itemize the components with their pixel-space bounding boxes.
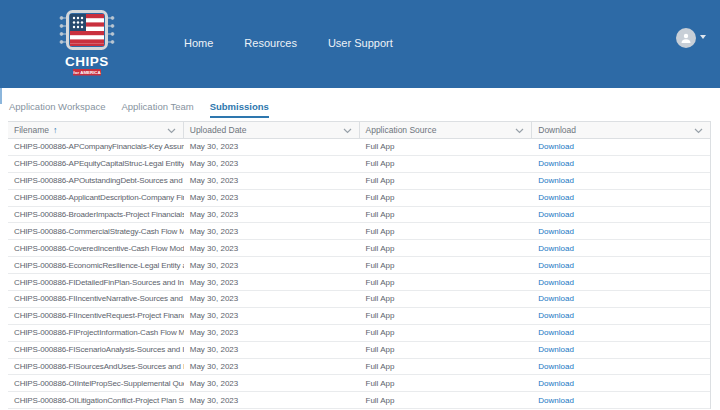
person-icon [680,32,692,44]
column-header-filename[interactable]: Filename ↑ [8,122,184,138]
table-row: CHIPS-000886-EconomicResilience-Legal En… [8,257,710,274]
chevron-down-icon[interactable] [167,128,176,134]
download-link[interactable]: Download [538,345,574,354]
table-row: CHIPS-000886-APCompanyFinancials-Key Ass… [8,139,710,156]
filename-cell: CHIPS-000886-FIIncentiveNarrative-Source… [8,294,184,303]
uploaded-date-cell: May 30, 2023 [184,244,360,253]
column-header-uploaded-date[interactable]: Uploaded Date [184,122,360,138]
download-link[interactable]: Download [538,396,574,405]
main-nav: Home Resources User Support [184,37,393,50]
download-link[interactable]: Download [538,311,574,320]
table-row: CHIPS-000886-CommercialStrategy-Cash Flo… [8,223,710,240]
nav-resources[interactable]: Resources [244,37,297,50]
uploaded-date-cell: May 30, 2023 [184,278,360,287]
application-source-cell: Full App [360,227,533,236]
user-menu-caret-icon[interactable] [700,35,706,39]
uploaded-date-cell: May 30, 2023 [184,176,360,185]
chevron-down-icon[interactable] [694,128,703,134]
uploaded-date-cell: May 30, 2023 [184,311,360,320]
filename-cell: CHIPS-000886-APEquityCapitalStruc-Legal … [8,159,184,168]
filename-cell: CHIPS-000886-FIIncentiveRequest-Project … [8,311,184,320]
app-header: CHIPS for AMERICA Home Resources User Su… [0,0,720,88]
tab-application-workspace[interactable]: Application Workspace [9,101,105,118]
column-header-application-source[interactable]: Application Source [360,122,533,138]
application-source-cell: Full App [360,396,533,405]
application-source-cell: Full App [360,311,533,320]
chips-logo-graphic: CHIPS for AMERICA [59,6,115,84]
table-body: CHIPS-000886-APCompanyFinancials-Key Ass… [8,139,710,409]
table-header-row: Filename ↑ Uploaded Date Application Sou… [8,121,710,139]
tab-submissions[interactable]: Submissions [210,101,269,118]
flag-icon [70,14,104,46]
download-link[interactable]: Download [538,159,574,168]
uploaded-date-cell: May 30, 2023 [184,159,360,168]
logo-title: CHIPS [65,54,109,69]
tab-application-team[interactable]: Application Team [121,101,193,118]
column-label: Application Source [366,125,437,135]
application-source-cell: Full App [360,193,533,202]
table-row: CHIPS-000886-FIIncentiveRequest-Project … [8,308,710,325]
uploaded-date-cell: May 30, 2023 [184,328,360,337]
uploaded-date-cell: May 30, 2023 [184,396,360,405]
application-source-cell: Full App [360,176,533,185]
application-source-cell: Full App [360,294,533,303]
application-source-cell: Full App [360,362,533,371]
download-link[interactable]: Download [538,227,574,236]
table-row: CHIPS-000886-APEquityCapitalStruc-Legal … [8,156,710,173]
download-link[interactable]: Download [538,261,574,270]
filename-cell: CHIPS-000886-ApplicantDescription-Compan… [8,193,184,202]
column-label: Filename [14,125,49,135]
table-row: CHIPS-000886-FISourcesAndUses-Sources an… [8,359,710,376]
table-row: CHIPS-000886-CoveredIncentive-Cash Flow … [8,240,710,257]
submissions-table: Filename ↑ Uploaded Date Application Sou… [8,121,711,409]
download-link[interactable]: Download [538,379,574,388]
uploaded-date-cell: May 30, 2023 [184,227,360,236]
chevron-down-icon[interactable] [515,128,524,134]
table-row: CHIPS-000886-BroaderImpacts-Project Fina… [8,207,710,224]
application-source-cell: Full App [360,159,533,168]
filename-cell: CHIPS-000886-FIScenarioAnalysis-Sources … [8,345,184,354]
uploaded-date-cell: May 30, 2023 [184,261,360,270]
download-link[interactable]: Download [538,142,574,151]
application-source-cell: Full App [360,379,533,388]
filename-cell: CHIPS-000886-APCompanyFinancials-Key Ass… [8,142,184,151]
chevron-down-icon[interactable] [343,128,352,134]
user-menu-button[interactable] [676,28,696,48]
filename-cell: CHIPS-000886-CommercialStrategy-Cash Flo… [8,227,184,236]
download-link[interactable]: Download [538,278,574,287]
column-label: Download [538,125,576,135]
table-row: CHIPS-000886-FIScenarioAnalysis-Sources … [8,342,710,359]
nav-user-support[interactable]: User Support [328,37,393,50]
filename-cell: CHIPS-000886-EconomicResilience-Legal En… [8,261,184,270]
filename-cell: CHIPS-000886-APOutstandingDebt-Sources a… [8,176,184,185]
workspace-tabs: Application Workspace Application Team S… [9,101,269,118]
download-link[interactable]: Download [538,328,574,337]
application-source-cell: Full App [360,210,533,219]
chips-for-america-logo[interactable]: CHIPS for AMERICA [59,6,115,84]
filename-cell: CHIPS-000886-OILitigationConflict-Projec… [8,396,184,405]
table-row: CHIPS-000886-FIDetailedFinPlan-Sources a… [8,274,710,291]
download-link[interactable]: Download [538,362,574,371]
column-header-download[interactable]: Download [532,122,710,138]
table-row: CHIPS-000886-OIIntelPropSec-Supplemental… [8,375,710,392]
uploaded-date-cell: May 30, 2023 [184,210,360,219]
application-source-cell: Full App [360,261,533,270]
filename-cell: CHIPS-000886-FIProjectInformation-Cash F… [8,328,184,337]
download-link[interactable]: Download [538,176,574,185]
table-row: CHIPS-000886-OILitigationConflict-Projec… [8,392,710,409]
download-link[interactable]: Download [538,210,574,219]
table-row: CHIPS-000886-FIProjectInformation-Cash F… [8,325,710,342]
application-source-cell: Full App [360,142,533,151]
filename-cell: CHIPS-000886-OIIntelPropSec-Supplemental… [8,379,184,388]
download-link[interactable]: Download [538,193,574,202]
window-edge-artifact [0,88,2,104]
application-source-cell: Full App [360,278,533,287]
table-row: CHIPS-000886-APOutstandingDebt-Sources a… [8,173,710,190]
column-label: Uploaded Date [190,125,247,135]
uploaded-date-cell: May 30, 2023 [184,142,360,151]
uploaded-date-cell: May 30, 2023 [184,379,360,388]
download-link[interactable]: Download [538,244,574,253]
nav-home[interactable]: Home [184,37,213,50]
download-link[interactable]: Download [538,294,574,303]
filename-cell: CHIPS-000886-FIDetailedFinPlan-Sources a… [8,278,184,287]
